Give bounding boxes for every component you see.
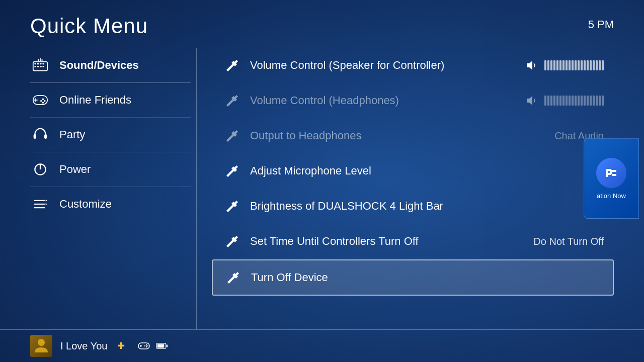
controller-icon — [138, 340, 150, 352]
customize-icon — [30, 194, 50, 214]
turn-off-label: Turn Off Device — [251, 271, 603, 284]
wrench-icon-headphones — [222, 92, 240, 110]
sidebar-item-power[interactable]: Power — [30, 152, 191, 187]
menu-item-adjust-mic[interactable]: Adjust Microphone Level — [212, 154, 614, 188]
svg-rect-20 — [44, 134, 47, 139]
volume-speaker-label: Volume Control (Speaker for Controller) — [250, 59, 519, 72]
power-label: Power — [59, 163, 91, 176]
set-time-label: Set Time Until Controllers Turn Off — [250, 235, 523, 248]
svg-point-15 — [40, 100, 42, 102]
svg-rect-8 — [42, 66, 44, 67]
svg-rect-3 — [40, 63, 42, 65]
ps-now-label: ation Now — [597, 192, 626, 200]
bottom-icons — [138, 340, 168, 352]
adjust-mic-label: Adjust Microphone Level — [250, 164, 604, 177]
power-icon — [30, 159, 50, 179]
sidebar: Sound/Devices Online Friends — [30, 43, 191, 329]
svg-rect-6 — [37, 66, 39, 67]
volume-headphones-label: Volume Control (Headphones) — [250, 94, 519, 107]
party-icon — [30, 125, 50, 145]
svg-marker-26 — [527, 61, 532, 70]
right-panel: Volume Control (Speaker for Controller) — [212, 43, 614, 329]
svg-point-16 — [42, 102, 44, 104]
svg-rect-2 — [37, 63, 39, 65]
online-friends-label: Online Friends — [59, 94, 131, 107]
wrench-icon-set-time — [222, 232, 240, 250]
party-label: Party — [59, 128, 85, 141]
svg-rect-5 — [34, 66, 36, 67]
svg-rect-4 — [42, 63, 44, 65]
wrench-icon-output — [222, 127, 240, 145]
svg-rect-19 — [34, 134, 36, 139]
sidebar-divider — [196, 48, 197, 329]
headphones-volume-icon — [524, 94, 538, 108]
header: Quick Menu 5 PM — [0, 0, 644, 38]
user-avatar — [30, 335, 52, 357]
menu-item-turn-off[interactable]: Turn Off Device — [212, 259, 614, 296]
right-overlay: ation Now — [579, 0, 644, 362]
menu-item-volume-headphones[interactable]: Volume Control (Headphones) — [212, 83, 614, 118]
svg-point-32 — [146, 344, 147, 345]
bottom-bar: I Love You ✚ — [0, 329, 644, 362]
svg-rect-38 — [157, 344, 165, 348]
ps-plus-icon: ✚ — [117, 340, 125, 351]
wrench-icon-brightness — [222, 197, 240, 215]
svg-point-34 — [144, 345, 145, 346]
wrench-icon-speaker — [222, 56, 240, 74]
output-headphones-label: Output to Headphones — [250, 129, 544, 142]
sound-devices-icon — [30, 55, 50, 75]
sidebar-item-customize[interactable]: Customize — [30, 187, 191, 221]
menu-item-brightness[interactable]: Brightness of DUALSHOCK 4 Light Bar Dim — [212, 189, 614, 223]
page-title: Quick Menu — [30, 14, 148, 38]
sidebar-item-sound-devices[interactable]: Sound/Devices — [30, 48, 191, 83]
sound-devices-label: Sound/Devices — [59, 59, 139, 72]
svg-point-28 — [38, 339, 45, 346]
ps-now-card: ation Now — [584, 138, 639, 219]
wrench-icon-turn-off — [223, 268, 241, 287]
svg-rect-37 — [167, 344, 168, 347]
online-friends-icon — [30, 90, 50, 110]
menu-item-volume-speaker[interactable]: Volume Control (Speaker for Controller) — [212, 48, 614, 82]
wrench-icon-mic — [222, 162, 240, 180]
svg-rect-7 — [40, 66, 42, 67]
svg-point-14 — [44, 100, 46, 102]
svg-point-33 — [147, 345, 148, 346]
customize-label: Customize — [59, 198, 112, 211]
username: I Love You — [60, 340, 107, 352]
sidebar-item-party[interactable]: Party — [30, 118, 191, 152]
menu-item-set-time[interactable]: Set Time Until Controllers Turn Off Do N… — [212, 224, 614, 258]
battery-icon — [156, 340, 168, 352]
sidebar-item-online-friends[interactable]: Online Friends — [30, 83, 191, 118]
svg-point-35 — [146, 346, 147, 347]
svg-point-13 — [42, 98, 44, 100]
main-content: Sound/Devices Online Friends — [0, 43, 644, 329]
speaker-icon — [524, 58, 538, 72]
svg-rect-1 — [34, 63, 36, 65]
menu-item-output-headphones[interactable]: Output to Headphones Chat Audio — [212, 119, 614, 153]
brightness-label: Brightness of DUALSHOCK 4 Light Bar — [250, 200, 576, 213]
playstation-logo — [596, 158, 626, 188]
svg-marker-27 — [527, 96, 532, 105]
